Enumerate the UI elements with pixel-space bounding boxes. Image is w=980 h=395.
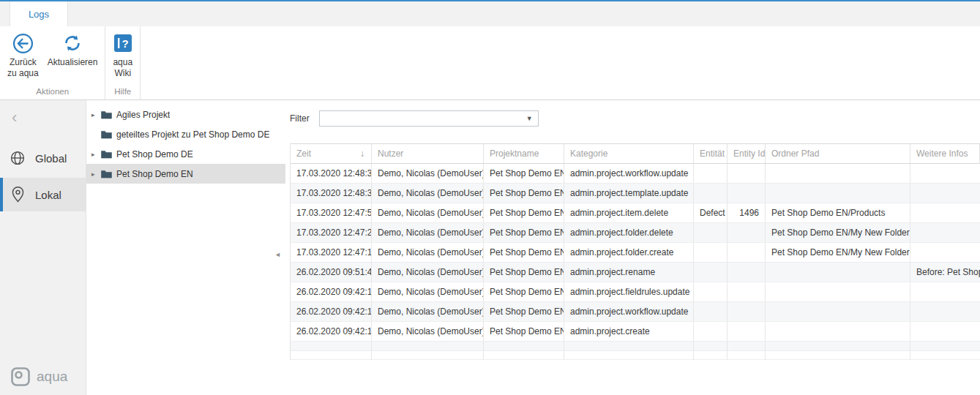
tree-item-label: Agiles Projekt (116, 110, 170, 120)
cell-nutzer: Demo, Nicolas (DemoUser) (372, 164, 484, 183)
back-to-aqua-label: Zurück zu aqua (7, 57, 39, 79)
column-header-label: Entity Id (733, 148, 765, 159)
sidebar: ‹ GlobalLokal aqua (0, 100, 86, 395)
cell-zeit: 17.03.2020 12:47:56 (291, 203, 372, 222)
cell-weitere-infos: Before: Pet Shop (910, 263, 980, 282)
tree-item-geteiltes-projekt-zu-pet-shop-demo-de[interactable]: geteiltes Projekt zu Pet Shop Demo DE (86, 124, 285, 144)
cell-projektname: Pet Shop Demo EN (484, 302, 564, 321)
table-row[interactable]: 26.02.2020 09:51:41Demo, Nicolas (DemoUs… (291, 263, 980, 282)
cell-ordner-pfad: Pet Shop Demo EN/My New Folder (766, 243, 910, 262)
cell-zeit: 17.03.2020 12:48:34 (291, 184, 372, 203)
wiki-icon: ? (113, 32, 132, 54)
cell-entity-id (727, 322, 766, 341)
column-header-kategorie[interactable]: Kategorie (564, 144, 694, 163)
column-header-entit-t[interactable]: Entität (694, 144, 727, 163)
table-row[interactable]: 17.03.2020 12:47:56Demo, Nicolas (DemoUs… (291, 203, 980, 223)
empty-cell (727, 342, 766, 351)
cell-projektname: Pet Shop Demo EN (484, 223, 564, 242)
column-header-weitere-infos[interactable]: Weitere Infos (910, 144, 980, 163)
cell-kategorie: admin.project.rename (564, 263, 694, 282)
cell-nutzer: Demo, Nicolas (DemoUser) (372, 302, 484, 321)
cell-kategorie: admin.project.workflow.update (564, 164, 694, 183)
column-header-ordner-pfad[interactable]: Ordner Pfad (766, 144, 910, 163)
empty-cell (564, 351, 694, 360)
cell-zeit: 26.02.2020 09:42:12 (291, 322, 372, 341)
sidebar-item-label: Lokal (35, 189, 61, 201)
sort-desc-icon: ↓ (360, 148, 364, 159)
cell-kategorie: admin.project.template.update (564, 184, 694, 203)
aqua-wiki-label: aqua Wiki (113, 57, 132, 79)
table-row[interactable]: 26.02.2020 09:42:12Demo, Nicolas (DemoUs… (291, 322, 980, 342)
tree-item-agiles-projekt[interactable]: ▸Agiles Projekt (86, 105, 285, 124)
cell-zeit: 17.03.2020 12:47:15 (291, 243, 372, 262)
cell-projektname: Pet Shop Demo EN (484, 184, 564, 203)
cell-entit-t (694, 302, 727, 321)
cell-entit-t (694, 322, 727, 341)
cell-weitere-infos (910, 243, 980, 262)
expand-chevron-icon[interactable]: ▸ (91, 170, 101, 178)
column-header-entity-id[interactable]: Entity Id (727, 144, 766, 163)
ribbon-group-aktionen: Zurück zu aqua Aktualisieren Aktionen (0, 26, 105, 99)
cell-projektname: Pet Shop Demo EN (484, 243, 564, 262)
column-header-label: Weitere Infos (916, 148, 968, 159)
cell-kategorie: admin.project.folder.create (564, 243, 694, 262)
app-window: Logs Zurück zu aqua Aktualisieren Aktion… (0, 0, 980, 395)
expand-chevron-icon[interactable]: ▸ (91, 151, 101, 158)
refresh-button[interactable]: Aktualisieren (43, 29, 102, 71)
column-header-label: Nutzer (378, 148, 403, 159)
empty-cell (291, 351, 372, 360)
cell-entity-id (727, 184, 766, 203)
table-row[interactable]: 17.03.2020 12:47:26Demo, Nicolas (DemoUs… (291, 223, 980, 243)
sidebar-item-global[interactable]: Global (0, 141, 86, 175)
chevron-down-icon[interactable]: ▼ (526, 115, 533, 122)
project-tree-list: ▸Agiles Projektgeteiltes Projekt zu Pet … (86, 105, 285, 184)
sidebar-item-lokal[interactable]: Lokal (0, 178, 86, 211)
column-header-nutzer[interactable]: Nutzer (372, 144, 484, 163)
cell-weitere-infos (910, 322, 980, 341)
aqua-logo: aqua (11, 367, 67, 386)
content-area: ‹ GlobalLokal aqua ▸Agiles Projektgeteil… (0, 100, 980, 395)
empty-cell (910, 351, 980, 360)
table-row[interactable]: 17.03.2020 12:47:15Demo, Nicolas (DemoUs… (291, 243, 980, 263)
cell-entity-id (727, 263, 766, 282)
cell-entit-t (694, 184, 727, 203)
cell-kategorie: admin.project.item.delete (564, 203, 694, 222)
table-row[interactable]: 26.02.2020 09:42:13Demo, Nicolas (DemoUs… (291, 282, 980, 302)
refresh-icon (63, 32, 82, 54)
table-row[interactable]: 17.03.2020 12:48:34Demo, Nicolas (DemoUs… (291, 184, 980, 203)
tree-item-label: geteiltes Projekt zu Pet Shop Demo DE (116, 129, 269, 140)
sidebar-collapse-button[interactable]: ‹ (12, 109, 28, 128)
expand-chevron-icon[interactable]: ▸ (91, 111, 101, 118)
empty-cell (766, 342, 910, 351)
svg-text:?: ? (121, 37, 128, 50)
tree-collapse-handle[interactable]: ◄ (274, 251, 281, 258)
tab-logs[interactable]: Logs (10, 1, 68, 26)
cell-entit-t (694, 263, 727, 282)
column-header-label: Zeit (296, 148, 311, 159)
empty-cell (484, 342, 564, 351)
filter-label: Filter (290, 113, 310, 124)
filter-combobox[interactable]: ▼ (319, 110, 539, 127)
table-row[interactable]: 26.02.2020 09:42:13Demo, Nicolas (DemoUs… (291, 302, 980, 322)
column-header-label: Entität (700, 148, 725, 159)
refresh-label: Aktualisieren (48, 57, 98, 68)
cell-entity-id (727, 164, 766, 183)
column-header-projektname[interactable]: Projektname (484, 144, 564, 163)
empty-cell (766, 351, 910, 360)
cell-ordner-pfad (766, 263, 910, 282)
tree-item-pet-shop-demo-en[interactable]: ▸Pet Shop Demo EN (86, 164, 285, 184)
aqua-logo-icon (11, 367, 30, 386)
tree-item-pet-shop-demo-de[interactable]: ▸Pet Shop Demo DE (86, 144, 285, 164)
cell-nutzer: Demo, Nicolas (DemoUser) (372, 184, 484, 203)
cell-projektname: Pet Shop Demo EN (484, 322, 564, 341)
globe-icon (10, 150, 26, 166)
aqua-wiki-button[interactable]: ? aqua Wiki (108, 29, 137, 82)
cell-entit-t: Defect (694, 203, 727, 222)
cell-entity-id (727, 223, 766, 242)
column-header-zeit[interactable]: Zeit↓ (291, 144, 372, 163)
cell-weitere-infos (910, 203, 980, 222)
cell-kategorie: admin.project.create (564, 322, 694, 341)
back-to-aqua-button[interactable]: Zurück zu aqua (3, 29, 43, 82)
cell-nutzer: Demo, Nicolas (DemoUser) (372, 282, 484, 301)
table-row[interactable]: 17.03.2020 12:48:34Demo, Nicolas (DemoUs… (291, 164, 980, 184)
